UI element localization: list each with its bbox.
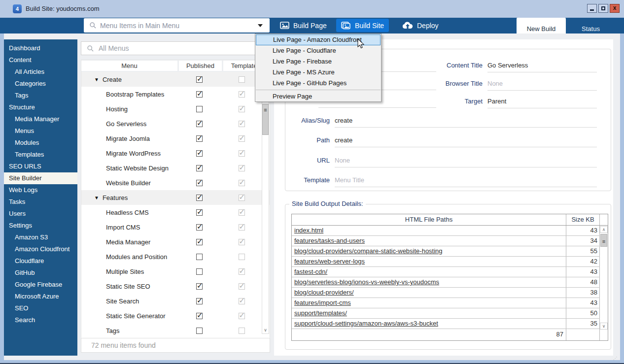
template-checkbox[interactable]: [239, 135, 245, 142]
sidebar-item[interactable]: Content: [4, 54, 77, 66]
scrollbar-thumb[interactable]: ≡: [262, 104, 269, 135]
file-path-link[interactable]: blog/cloud-providers/: [292, 288, 566, 298]
sidebar-item[interactable]: All Articles: [4, 66, 77, 78]
file-path-link[interactable]: support/cloud-settings/amazon-aws/aws-s3…: [292, 319, 566, 329]
file-path-link[interactable]: features/import-cms: [292, 298, 566, 308]
published-checkbox[interactable]: [196, 76, 203, 83]
menu-item-row[interactable]: Bootstrap Templates: [81, 87, 270, 101]
menu-item-row[interactable]: Headless CMS: [81, 205, 270, 220]
sidebar-item[interactable]: Site Builder: [4, 172, 77, 184]
file-path-link[interactable]: blog/serverless-blog/ionos-vs-weebly-vs-…: [292, 277, 566, 287]
published-checkbox[interactable]: [196, 283, 203, 290]
output-table-scrollbar[interactable]: ∧ ≡ ∨: [600, 226, 608, 330]
published-checkbox[interactable]: [196, 328, 203, 334]
template-checkbox[interactable]: [239, 165, 245, 171]
template-checkbox[interactable]: [239, 328, 245, 334]
menu-item-row[interactable]: Import CMS: [81, 220, 270, 234]
field-value[interactable]: create: [335, 136, 352, 144]
sidebar-item[interactable]: Microsoft Azure: [4, 291, 77, 302]
field-value[interactable]: Go Serverless: [487, 62, 528, 69]
file-path-link[interactable]: support/templates/: [292, 308, 566, 318]
template-checkbox[interactable]: [239, 76, 245, 83]
menu-item-row[interactable]: Website Builder: [81, 175, 270, 190]
file-path-link[interactable]: fastest-cdn/: [292, 267, 566, 277]
deploy-button[interactable]: Deploy: [397, 19, 444, 32]
chevron-down-icon[interactable]: [258, 24, 263, 27]
menu-item-row[interactable]: Create: [81, 72, 270, 87]
build-menu-item[interactable]: Live Page - Firebase: [255, 56, 381, 67]
sidebar-item[interactable]: Modules: [4, 137, 77, 149]
build-menu-item-preview[interactable]: Preview Page: [255, 91, 381, 102]
sidebar-item[interactable]: GitHub: [4, 267, 77, 279]
sidebar-item[interactable]: Categories: [4, 78, 77, 90]
published-checkbox[interactable]: [196, 195, 203, 201]
menu-item-row[interactable]: Site Search: [81, 294, 270, 308]
column-header-paths[interactable]: HTML File Paths: [292, 214, 566, 225]
published-checkbox[interactable]: [196, 239, 203, 245]
menu-item-row[interactable]: Migrate WordPress: [81, 146, 270, 161]
sidebar-item[interactable]: Tasks: [4, 196, 77, 208]
published-checkbox[interactable]: [196, 135, 203, 142]
maximize-button[interactable]: [598, 4, 608, 13]
build-page-button[interactable]: Build Page: [275, 19, 332, 32]
sidebar-item[interactable]: Templates: [4, 149, 77, 161]
sidebar-item[interactable]: Amazon Cloudfront: [4, 243, 77, 255]
template-checkbox[interactable]: [239, 121, 245, 127]
scrollbar-thumb[interactable]: ≡: [600, 234, 607, 247]
menu-item-row[interactable]: Static Site SEO: [81, 279, 270, 294]
sidebar-item[interactable]: Web Logs: [4, 184, 77, 196]
template-checkbox[interactable]: [239, 298, 245, 304]
menu-item-row[interactable]: Static Site Generator: [81, 308, 270, 323]
file-path-link[interactable]: blog/cloud-providers/compare-static-webs…: [292, 246, 566, 256]
template-checkbox[interactable]: [239, 180, 245, 186]
build-menu-item[interactable]: Live Page - MS Azure: [255, 67, 381, 78]
template-checkbox[interactable]: [239, 91, 245, 98]
close-button[interactable]: [610, 4, 620, 13]
menu-search-combo[interactable]: [84, 18, 270, 33]
template-checkbox[interactable]: [239, 150, 245, 157]
field-value[interactable]: Parent: [487, 98, 506, 105]
published-checkbox[interactable]: [196, 224, 203, 231]
published-checkbox[interactable]: [196, 180, 203, 186]
field-value[interactable]: None: [487, 80, 503, 87]
menu-item-row[interactable]: Tags: [81, 323, 270, 338]
template-checkbox[interactable]: [239, 283, 245, 290]
file-path-link[interactable]: features/tasks-and-users: [292, 236, 566, 246]
published-checkbox[interactable]: [196, 91, 203, 98]
sidebar-item[interactable]: Search: [4, 314, 77, 326]
minimize-button[interactable]: [587, 4, 597, 13]
sidebar-item[interactable]: SEO URLS: [4, 161, 77, 172]
field-value[interactable]: Menu Title: [335, 176, 364, 184]
template-checkbox[interactable]: [239, 268, 245, 275]
sidebar-item[interactable]: Structure: [4, 101, 77, 113]
column-header-size[interactable]: Size KB: [566, 214, 600, 225]
sidebar-item[interactable]: Cloudflare: [4, 255, 77, 267]
sidebar-item[interactable]: Media Manager: [4, 113, 77, 125]
menu-item-row[interactable]: Static Website Design: [81, 161, 270, 175]
published-checkbox[interactable]: [196, 313, 203, 319]
template-checkbox[interactable]: [239, 239, 245, 245]
published-checkbox[interactable]: [196, 268, 203, 275]
template-checkbox[interactable]: [239, 313, 245, 319]
build-site-button[interactable]: Build Site: [336, 19, 389, 32]
menu-item-row[interactable]: Features: [81, 190, 270, 205]
menu-item-row[interactable]: Media Manager: [81, 234, 270, 249]
menu-item-row[interactable]: Hosting: [81, 101, 270, 116]
menu-item-row[interactable]: Go Serverless: [81, 116, 270, 131]
scroll-down-icon[interactable]: ∨: [262, 326, 269, 333]
sidebar-item[interactable]: Dashboard: [4, 42, 77, 54]
expand-triangle-icon[interactable]: [94, 195, 99, 200]
all-menus-search[interactable]: [81, 41, 270, 55]
build-menu-item[interactable]: Live Page - GitHub Pages: [255, 78, 381, 89]
published-checkbox[interactable]: [196, 298, 203, 304]
expand-triangle-icon[interactable]: [94, 77, 99, 82]
scroll-down-icon[interactable]: ∨: [600, 323, 608, 330]
column-header-menu[interactable]: Menu: [81, 61, 177, 71]
sidebar-item[interactable]: Amazon S3: [4, 232, 77, 243]
sidebar-item[interactable]: SEO: [4, 302, 77, 314]
template-checkbox[interactable]: [239, 195, 245, 201]
published-checkbox[interactable]: [196, 254, 203, 260]
scroll-up-icon[interactable]: ∧: [600, 226, 608, 233]
sidebar-item[interactable]: Settings: [4, 220, 77, 232]
published-checkbox[interactable]: [196, 209, 203, 216]
